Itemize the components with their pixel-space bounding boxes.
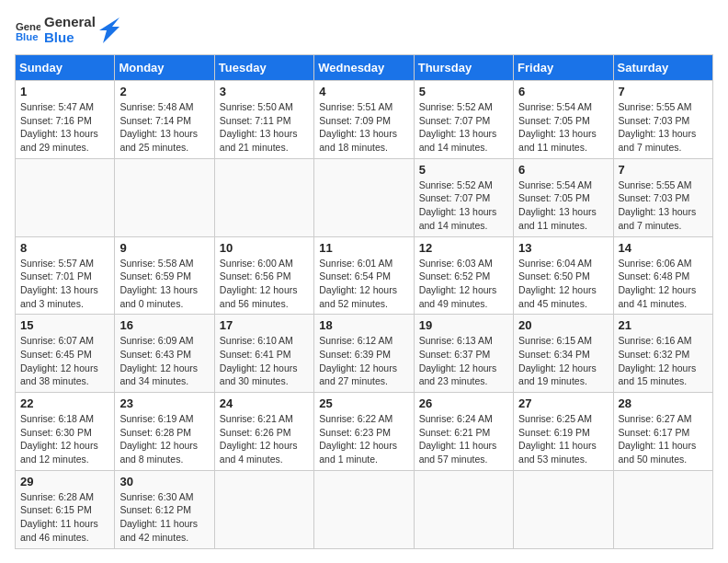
day-info: Sunrise: 6:18 AMSunset: 6:30 PMDaylight:… bbox=[20, 413, 98, 465]
day-info: Sunrise: 6:04 AMSunset: 6:50 PMDaylight:… bbox=[518, 258, 597, 309]
table-row: 6 Sunrise: 5:54 AMSunset: 7:05 PMDayligh… bbox=[514, 81, 613, 159]
table-row: 30 Sunrise: 6:30 AMSunset: 6:12 PMDaylig… bbox=[115, 470, 214, 548]
table-row: 3 Sunrise: 5:50 AMSunset: 7:11 PMDayligh… bbox=[214, 81, 313, 159]
logo-blue: Blue bbox=[44, 30, 96, 46]
table-row bbox=[115, 158, 214, 236]
table-row: 17 Sunrise: 6:10 AMSunset: 6:41 PMDaylig… bbox=[214, 315, 313, 393]
day-number: 7 bbox=[619, 85, 708, 98]
table-row: 15 Sunrise: 6:07 AMSunset: 6:45 PMDaylig… bbox=[16, 315, 115, 393]
day-number: 21 bbox=[619, 318, 708, 332]
column-header-sunday: Sunday bbox=[16, 55, 115, 81]
table-row: 23 Sunrise: 6:19 AMSunset: 6:28 PMDaylig… bbox=[115, 393, 214, 471]
table-row: 24 Sunrise: 6:21 AMSunset: 6:26 PMDaylig… bbox=[214, 393, 313, 471]
day-number: 9 bbox=[119, 241, 209, 255]
day-number: 25 bbox=[319, 396, 408, 410]
table-row: 4 Sunrise: 5:51 AMSunset: 7:09 PMDayligh… bbox=[314, 81, 414, 159]
day-info: Sunrise: 6:15 AMSunset: 6:34 PMDaylight:… bbox=[518, 335, 597, 386]
day-info: Sunrise: 5:57 AMSunset: 7:01 PMDaylight:… bbox=[20, 258, 98, 309]
table-row bbox=[414, 470, 513, 548]
table-row: 11 Sunrise: 6:01 AMSunset: 6:54 PMDaylig… bbox=[314, 236, 414, 315]
page-header: General Blue General Blue bbox=[15, 15, 713, 45]
table-row: 20 Sunrise: 6:15 AMSunset: 6:34 PMDaylig… bbox=[514, 315, 613, 393]
table-row bbox=[16, 158, 115, 236]
day-info: Sunrise: 6:16 AMSunset: 6:32 PMDaylight:… bbox=[619, 335, 697, 386]
day-info: Sunrise: 5:51 AMSunset: 7:09 PMDaylight:… bbox=[319, 101, 397, 153]
table-row: 6 Sunrise: 5:54 AMSunset: 7:05 PMDayligh… bbox=[514, 158, 613, 236]
svg-marker-2 bbox=[99, 17, 119, 43]
calendar-table: SundayMondayTuesdayWednesdayThursdayFrid… bbox=[15, 54, 713, 549]
table-row: 12 Sunrise: 6:03 AMSunset: 6:52 PMDaylig… bbox=[414, 236, 513, 315]
table-row: 19 Sunrise: 6:13 AMSunset: 6:37 PMDaylig… bbox=[414, 315, 513, 393]
day-number: 30 bbox=[119, 475, 209, 488]
table-row: 9 Sunrise: 5:58 AMSunset: 6:59 PMDayligh… bbox=[115, 236, 214, 315]
day-info: Sunrise: 6:01 AMSunset: 6:54 PMDaylight:… bbox=[319, 258, 397, 309]
day-info: Sunrise: 6:25 AMSunset: 6:19 PMDaylight:… bbox=[518, 413, 597, 465]
table-row bbox=[314, 470, 414, 548]
day-number: 23 bbox=[119, 396, 209, 410]
day-number: 14 bbox=[619, 241, 708, 255]
day-info: Sunrise: 6:22 AMSunset: 6:23 PMDaylight:… bbox=[319, 413, 397, 465]
logo-icon: General Blue bbox=[15, 17, 40, 43]
day-number: 24 bbox=[220, 396, 309, 410]
day-info: Sunrise: 6:12 AMSunset: 6:39 PMDaylight:… bbox=[319, 335, 397, 386]
day-info: Sunrise: 6:00 AMSunset: 6:56 PMDaylight:… bbox=[220, 258, 298, 309]
svg-text:Blue: Blue bbox=[16, 30, 39, 41]
day-number: 22 bbox=[20, 396, 109, 410]
table-row: 25 Sunrise: 6:22 AMSunset: 6:23 PMDaylig… bbox=[314, 393, 414, 471]
logo-general: General bbox=[44, 15, 96, 30]
column-header-tuesday: Tuesday bbox=[214, 55, 313, 81]
column-header-friday: Friday bbox=[514, 55, 613, 81]
day-info: Sunrise: 6:19 AMSunset: 6:28 PMDaylight:… bbox=[119, 413, 198, 465]
day-number: 1 bbox=[20, 85, 109, 98]
table-row: 22 Sunrise: 6:18 AMSunset: 6:30 PMDaylig… bbox=[16, 393, 115, 471]
day-info: Sunrise: 6:27 AMSunset: 6:17 PMDaylight:… bbox=[619, 413, 697, 465]
table-row: 28 Sunrise: 6:27 AMSunset: 6:17 PMDaylig… bbox=[613, 393, 712, 471]
day-info: Sunrise: 6:30 AMSunset: 6:12 PMDaylight:… bbox=[119, 491, 198, 543]
day-info: Sunrise: 5:48 AMSunset: 7:14 PMDaylight:… bbox=[119, 101, 198, 153]
day-number: 17 bbox=[220, 318, 309, 332]
table-row: 27 Sunrise: 6:25 AMSunset: 6:19 PMDaylig… bbox=[514, 393, 613, 471]
table-row: 26 Sunrise: 6:24 AMSunset: 6:21 PMDaylig… bbox=[414, 393, 513, 471]
day-number: 18 bbox=[319, 318, 408, 332]
table-row: 5 Sunrise: 5:52 AMSunset: 7:07 PMDayligh… bbox=[414, 81, 513, 159]
day-info: Sunrise: 5:58 AMSunset: 6:59 PMDaylight:… bbox=[119, 258, 198, 309]
day-info: Sunrise: 6:24 AMSunset: 6:21 PMDaylight:… bbox=[419, 413, 497, 465]
table-row: 7 Sunrise: 5:55 AMSunset: 7:03 PMDayligh… bbox=[613, 81, 712, 159]
day-number: 28 bbox=[619, 396, 708, 410]
table-row bbox=[613, 470, 712, 548]
day-info: Sunrise: 6:09 AMSunset: 6:43 PMDaylight:… bbox=[119, 335, 198, 386]
table-row: 14 Sunrise: 6:06 AMSunset: 6:48 PMDaylig… bbox=[613, 236, 712, 315]
table-row: 21 Sunrise: 6:16 AMSunset: 6:32 PMDaylig… bbox=[613, 315, 712, 393]
table-row: 13 Sunrise: 6:04 AMSunset: 6:50 PMDaylig… bbox=[514, 236, 613, 315]
day-number: 16 bbox=[119, 318, 209, 332]
day-number: 2 bbox=[119, 85, 209, 98]
table-row: 8 Sunrise: 5:57 AMSunset: 7:01 PMDayligh… bbox=[16, 236, 115, 315]
table-row bbox=[514, 470, 613, 548]
day-number: 10 bbox=[220, 241, 309, 255]
column-header-saturday: Saturday bbox=[613, 55, 712, 81]
day-info: Sunrise: 6:21 AMSunset: 6:26 PMDaylight:… bbox=[220, 413, 298, 465]
table-row bbox=[214, 470, 313, 548]
day-info: Sunrise: 6:10 AMSunset: 6:41 PMDaylight:… bbox=[220, 335, 298, 386]
day-number: 13 bbox=[518, 241, 608, 255]
day-number: 26 bbox=[419, 396, 508, 410]
day-number: 5 bbox=[419, 163, 508, 177]
day-info: Sunrise: 5:55 AMSunset: 7:03 PMDaylight:… bbox=[619, 101, 697, 153]
day-info: Sunrise: 6:06 AMSunset: 6:48 PMDaylight:… bbox=[619, 258, 697, 309]
day-info: Sunrise: 5:47 AMSunset: 7:16 PMDaylight:… bbox=[20, 101, 98, 153]
day-info: Sunrise: 6:28 AMSunset: 6:15 PMDaylight:… bbox=[20, 491, 98, 543]
logo: General Blue General Blue bbox=[15, 15, 119, 45]
logo-bird-icon bbox=[99, 17, 119, 43]
day-number: 20 bbox=[518, 318, 608, 332]
table-row: 16 Sunrise: 6:09 AMSunset: 6:43 PMDaylig… bbox=[115, 315, 214, 393]
day-number: 4 bbox=[319, 85, 408, 98]
table-row: 2 Sunrise: 5:48 AMSunset: 7:14 PMDayligh… bbox=[115, 81, 214, 159]
day-info: Sunrise: 5:54 AMSunset: 7:05 PMDaylight:… bbox=[518, 179, 597, 231]
table-row: 7 Sunrise: 5:55 AMSunset: 7:03 PMDayligh… bbox=[613, 158, 712, 236]
day-number: 5 bbox=[419, 85, 508, 98]
day-number: 3 bbox=[220, 85, 309, 98]
day-info: Sunrise: 6:13 AMSunset: 6:37 PMDaylight:… bbox=[419, 335, 497, 386]
day-number: 19 bbox=[419, 318, 508, 332]
day-number: 15 bbox=[20, 318, 109, 332]
day-info: Sunrise: 6:07 AMSunset: 6:45 PMDaylight:… bbox=[20, 335, 98, 386]
